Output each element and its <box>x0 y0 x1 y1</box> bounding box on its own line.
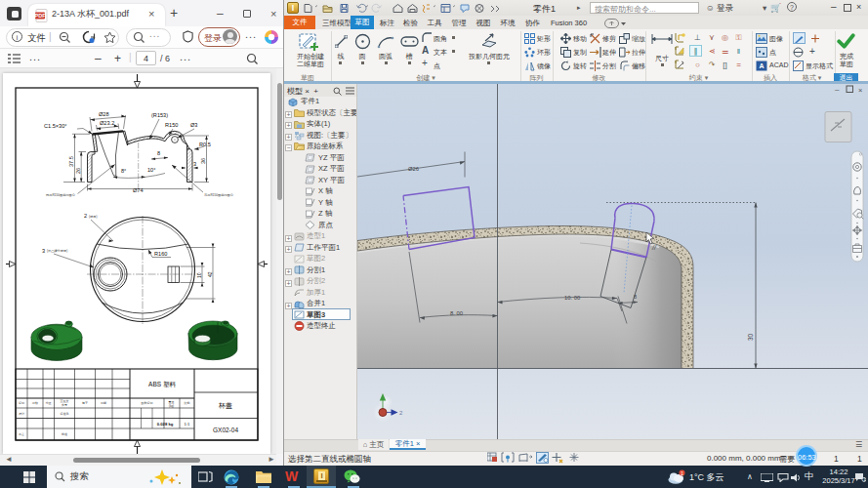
svg-text:Ø23.2: Ø23.2 <box>100 120 114 126</box>
svg-text:1:1: 1:1 <box>185 422 190 427</box>
svg-text:10: 10 <box>196 272 202 278</box>
svg-text:处数: 处数 <box>31 401 38 405</box>
svg-text:(kg): (kg) <box>169 404 174 408</box>
svg-text:0.028 kg: 0.028 kg <box>157 422 174 427</box>
svg-text:签字: 签字 <box>82 401 88 405</box>
svg-text:标准化: 标准化 <box>60 412 69 416</box>
svg-text:42: 42 <box>207 271 213 277</box>
svg-text:日期: 日期 <box>101 401 106 405</box>
svg-text:×: × <box>858 85 862 94</box>
svg-text:3: 3 <box>42 248 45 254</box>
svg-text:分区: 分区 <box>46 401 52 405</box>
svg-text:30: 30 <box>747 333 754 341</box>
svg-text:36: 36 <box>200 158 206 164</box>
svg-text:26: 26 <box>75 168 81 174</box>
svg-text:设计: 设计 <box>19 412 24 416</box>
svg-text:2: 2 <box>84 213 87 219</box>
svg-text:GX02-04: GX02-04 <box>213 427 238 433</box>
svg-text:Ø26: Ø26 <box>408 165 419 171</box>
svg-text:Ø28: Ø28 <box>99 111 109 117</box>
svg-text:Ø74: Ø74 <box>133 187 144 193</box>
svg-text:A: A <box>759 62 764 69</box>
svg-text:37.5: 37.5 <box>68 156 74 167</box>
svg-text:–: – <box>835 85 840 94</box>
svg-text:R0.5: R0.5 <box>199 142 211 147</box>
svg-text:PDF: PDF <box>35 13 46 19</box>
svg-text:3: 3 <box>193 161 196 167</box>
svg-text:(壁厚): (壁厚) <box>89 215 98 219</box>
svg-text:件号: 件号 <box>62 403 67 407</box>
svg-text:工艺: 工艺 <box>19 432 24 436</box>
svg-text:ABS 塑料: ABS 塑料 <box>148 381 176 387</box>
svg-text:阶段标记: 阶段标记 <box>142 401 153 405</box>
svg-text:标记: 标记 <box>18 401 24 405</box>
svg-text:1: 1 <box>863 477 866 482</box>
svg-text:8°: 8° <box>121 168 126 174</box>
svg-text:R150: R150 <box>165 122 178 128</box>
svg-text:10. 00: 10. 00 <box>564 295 580 301</box>
svg-text:(外凸缘分壁厚): (外凸缘分壁厚) <box>47 249 67 253</box>
svg-text:8: 8 <box>634 293 637 299</box>
svg-text:R160: R160 <box>154 251 167 257</box>
svg-text:两处R150圆弧同圆心: 两处R150圆弧同圆心 <box>46 192 76 197</box>
svg-text:(R153): (R153) <box>151 112 168 118</box>
svg-text:Ø3: Ø3 <box>190 122 197 128</box>
svg-text:与处R150圆弧同圆心: 与处R150圆弧同圆心 <box>204 192 234 197</box>
svg-text:8: 8 <box>157 150 160 156</box>
svg-text:杯盖: 杯盖 <box>218 402 232 410</box>
svg-text:比例: 比例 <box>185 401 190 405</box>
svg-text:C1.5×30°: C1.5×30° <box>44 123 67 129</box>
svg-text:批准: 批准 <box>62 432 67 436</box>
svg-text:10°: 10° <box>147 167 155 173</box>
svg-text:8. 00: 8. 00 <box>450 309 463 315</box>
